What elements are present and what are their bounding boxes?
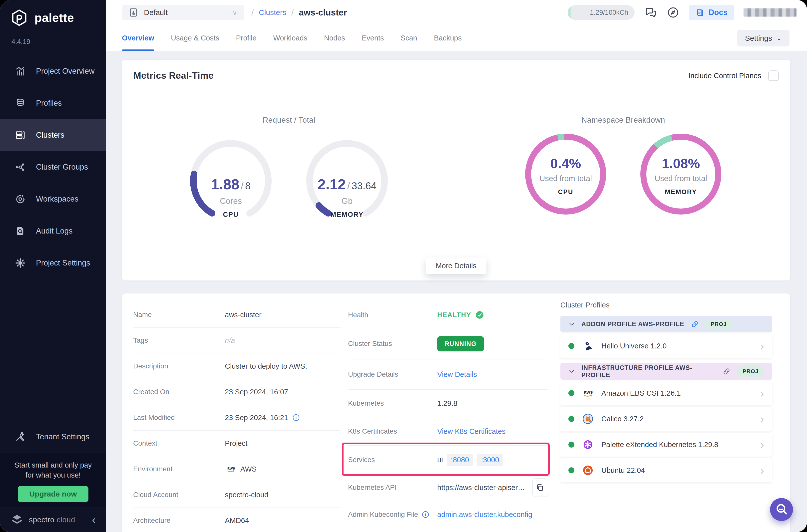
profile-pack-palette-extended-kubernetes[interactable]: Palette eXtended Kubernetes 1.29.8 › [560, 433, 772, 457]
palette-brand: palette [10, 8, 74, 27]
sidebar-item-label: Tenant Settings [36, 432, 90, 441]
tab-workloads[interactable]: Workloads [273, 25, 307, 51]
metrics-footer: More Details [122, 251, 790, 281]
view-k8s-certificates-link[interactable]: View K8s Certificates [437, 428, 505, 436]
detail-row-name: Name aws-cluster [133, 302, 340, 328]
network-nodes-icon [15, 162, 26, 172]
detail-label: Created On [133, 388, 225, 396]
detail-label: Kubernetes [348, 399, 437, 407]
infrastructure-profile-header[interactable]: INFRASTRUCTURE PROFILE AWS-PROFILE PROJ [560, 363, 772, 380]
copy-icon[interactable] [532, 478, 548, 497]
chat-icon[interactable] [644, 6, 657, 19]
svg-text:aws: aws [584, 390, 593, 395]
detail-label: Health [348, 311, 437, 319]
profile-pack-hello-universe[interactable]: Hello Universe 1.2.0 › [560, 334, 772, 358]
memory-gauge: 2.12/33.64 Gb MEMORY [304, 138, 390, 223]
tab-profile[interactable]: Profile [236, 25, 256, 51]
usage-quota-pill[interactable]: 1.29/100kCh [568, 5, 635, 20]
settings-label: Settings [745, 34, 772, 42]
tab-usage-costs[interactable]: Usage & Costs [171, 25, 219, 51]
project-selector[interactable]: Default ∨ [122, 5, 244, 20]
sidebar-item-project-settings[interactable]: Project Settings [0, 247, 106, 279]
breadcrumb-separator: / [251, 7, 254, 18]
sidebar-item-workspaces[interactable]: Workspaces [0, 183, 106, 215]
namespace-memory-percent: 1.08% [638, 156, 723, 171]
detail-label: Name [133, 311, 225, 319]
pack-status-dot [568, 467, 575, 473]
chevron-right-icon: › [760, 340, 764, 352]
service-port-link[interactable]: :8080 [447, 454, 473, 466]
detail-row-cloud-account: Cloud Account spectro-cloud [133, 482, 340, 508]
info-icon[interactable] [421, 511, 430, 518]
sidebar-item-tenant-settings[interactable]: Tenant Settings [0, 421, 121, 453]
detail-label: Upgrade Details [348, 370, 437, 378]
profile-pack-amazon-ebs-csi[interactable]: aws Amazon EBS CSI 1.26.1 › [560, 381, 772, 405]
detail-row-architecture: Architecture AMD64 [133, 508, 340, 532]
profile-pack-calico[interactable]: Calico 3.27.2 › [560, 407, 772, 431]
detail-label: Last Modified [133, 414, 225, 422]
chevron-down-icon: ⌄ [776, 35, 782, 42]
project-chart-icon [128, 7, 138, 18]
status-row-kubernetes-api: Kubernetes API https://aws-cluster-apise… [348, 474, 548, 501]
user-account-name-redacted[interactable] [744, 8, 796, 17]
calico-icon [582, 413, 594, 425]
memory-gauge-value: 2.12/33.64 [304, 176, 390, 193]
aws-logo-icon: aws [225, 464, 236, 474]
kubernetes-version: 1.29.8 [437, 399, 457, 407]
more-details-button[interactable]: More Details [426, 258, 486, 274]
settings-button[interactable]: Settings ⌄ [737, 30, 789, 46]
tab-nodes[interactable]: Nodes [324, 25, 345, 51]
detail-label: Admin Kubeconfig File [348, 511, 437, 518]
upgrade-now-button[interactable]: Upgrade now [18, 486, 88, 502]
sidebar-item-audit-logs[interactable]: Audit Logs [0, 215, 106, 247]
profile-pack-ubuntu[interactable]: Ubuntu 22.04 › [560, 458, 772, 482]
status-row-cluster-status: Cluster Status RUNNING [348, 328, 548, 359]
service-port-link[interactable]: :3000 [477, 454, 503, 466]
sidebar-item-project-overview[interactable]: Project Overview [0, 55, 106, 87]
sidebar-item-cluster-groups[interactable]: Cluster Groups [0, 151, 106, 183]
pxk-hexagon-icon [582, 439, 594, 451]
include-label: Include Control Planes [688, 72, 761, 80]
aws-logo-icon: aws [582, 387, 594, 399]
detail-value: 23 Sep 2024, 16:07 [225, 388, 288, 396]
info-icon[interactable] [292, 414, 300, 422]
include-control-planes-checkbox[interactable] [768, 71, 779, 81]
tab-backups[interactable]: Backups [434, 25, 462, 51]
chevron-right-icon: › [760, 413, 764, 424]
floating-search-button[interactable] [770, 498, 793, 521]
compass-icon[interactable] [667, 6, 680, 19]
docs-label: Docs [709, 8, 728, 17]
detail-row-environment: Environment aws AWS [133, 456, 340, 482]
tab-overview[interactable]: Overview [122, 25, 154, 51]
breadcrumb-clusters-link[interactable]: Clusters [259, 8, 286, 17]
addon-profile-header[interactable]: ADDON PROFILE AWS-PROFILE PROJ [560, 316, 772, 332]
tab-scan[interactable]: Scan [401, 25, 417, 51]
running-status-badge: RUNNING [437, 336, 484, 352]
view-details-link[interactable]: View Details [437, 370, 477, 379]
detail-value: aws AWS [225, 464, 257, 474]
metrics-body: Request / Total 1.88/8 Cores CPU [122, 92, 790, 251]
detail-value: Project [225, 439, 247, 448]
link-icon[interactable] [691, 320, 699, 328]
sidebar-item-clusters[interactable]: Clusters [0, 119, 106, 151]
collapse-sidebar-icon[interactable]: ‹ [92, 514, 96, 525]
sidebar-item-profiles[interactable]: Profiles [0, 87, 106, 119]
link-icon[interactable] [722, 367, 731, 375]
docs-button[interactable]: Docs [689, 5, 734, 20]
kubeconfig-download-link[interactable]: admin.aws-cluster.kubeconfig [437, 511, 532, 519]
proj-scope-badge: PROJ [705, 319, 732, 330]
page-content: Metrics Real-Time Include Control Planes… [106, 51, 807, 532]
detail-label: Cloud Account [133, 491, 225, 499]
api-endpoint: https://aws-cluster-apiserve… [437, 478, 548, 497]
upsell-text: Start small and only pay for what you us… [0, 460, 106, 480]
request-total-title: Request / Total [122, 116, 456, 125]
namespace-cpu-percent: 0.4% [523, 156, 608, 171]
tab-events[interactable]: Events [362, 25, 384, 51]
top-bar: Default ∨ / Clusters / aws-cluster 1.29/… [106, 0, 807, 25]
cluster-profiles-title: Cluster Profiles [560, 301, 779, 309]
namespace-memory-donut: 1.08% Used from total MEMORY [638, 132, 723, 216]
sidebar: palette 4.4.19 Project Overview Profiles… [0, 0, 106, 532]
status-row-kubeconfig: Admin Kubeconfig File admin.aws-cluster.… [348, 501, 548, 528]
namespace-breakdown-panel: Namespace Breakdown 0.4% Used from total… [456, 92, 790, 251]
detail-value: Cluster to deploy to AWS. [225, 362, 307, 370]
